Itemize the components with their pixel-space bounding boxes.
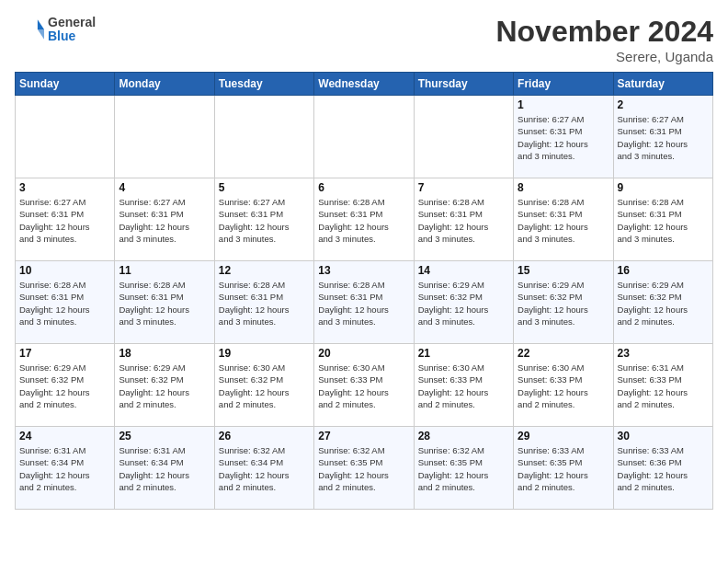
day-number: 7	[418, 181, 509, 194]
day-number: 15	[518, 264, 609, 277]
day-number: 25	[119, 430, 210, 442]
day-number: 2	[618, 98, 709, 111]
day-detail: Sunrise: 6:29 AM Sunset: 6:32 PM Dayligh…	[19, 362, 110, 410]
day-detail: Sunrise: 6:30 AM Sunset: 6:33 PM Dayligh…	[518, 362, 609, 410]
calendar-cell: 6Sunrise: 6:28 AM Sunset: 6:31 PM Daylig…	[314, 178, 414, 261]
location: Serere, Uganda	[495, 49, 713, 64]
day-number: 1	[518, 98, 609, 111]
day-number: 13	[318, 264, 409, 277]
day-number: 5	[219, 181, 310, 194]
day-number: 4	[119, 181, 210, 194]
day-detail: Sunrise: 6:28 AM Sunset: 6:31 PM Dayligh…	[618, 196, 709, 245]
calendar-cell: 22Sunrise: 6:30 AM Sunset: 6:33 PM Dayli…	[514, 344, 613, 427]
calendar-week-row: 1Sunrise: 6:27 AM Sunset: 6:31 PM Daylig…	[16, 96, 713, 178]
calendar-cell: 4Sunrise: 6:27 AM Sunset: 6:31 PM Daylig…	[115, 178, 214, 261]
day-detail: Sunrise: 6:27 AM Sunset: 6:31 PM Dayligh…	[219, 196, 310, 245]
calendar-header: SundayMondayTuesdayWednesdayThursdayFrid…	[16, 73, 713, 96]
calendar-cell: 13Sunrise: 6:28 AM Sunset: 6:31 PM Dayli…	[314, 261, 414, 344]
day-number: 23	[618, 347, 709, 360]
day-detail: Sunrise: 6:28 AM Sunset: 6:31 PM Dayligh…	[418, 196, 509, 245]
day-number: 14	[418, 264, 509, 277]
day-detail: Sunrise: 6:27 AM Sunset: 6:31 PM Dayligh…	[618, 113, 709, 162]
day-detail: Sunrise: 6:27 AM Sunset: 6:31 PM Dayligh…	[119, 196, 210, 245]
day-detail: Sunrise: 6:30 AM Sunset: 6:33 PM Dayligh…	[418, 362, 509, 410]
day-detail: Sunrise: 6:29 AM Sunset: 6:32 PM Dayligh…	[518, 279, 609, 327]
day-number: 21	[418, 347, 509, 360]
day-number: 18	[119, 347, 210, 360]
weekday-header: Friday	[514, 73, 613, 96]
calendar-cell: 21Sunrise: 6:30 AM Sunset: 6:33 PM Dayli…	[414, 344, 513, 427]
day-detail: Sunrise: 6:28 AM Sunset: 6:31 PM Dayligh…	[19, 279, 110, 327]
day-detail: Sunrise: 6:27 AM Sunset: 6:31 PM Dayligh…	[19, 196, 110, 245]
calendar-body: 1Sunrise: 6:27 AM Sunset: 6:31 PM Daylig…	[16, 96, 713, 510]
day-number: 8	[518, 181, 609, 194]
calendar-cell	[214, 96, 313, 178]
weekday-header: Wednesday	[314, 73, 414, 96]
calendar-cell: 5Sunrise: 6:27 AM Sunset: 6:31 PM Daylig…	[214, 178, 313, 261]
svg-marker-1	[38, 29, 44, 40]
day-number: 30	[618, 430, 709, 442]
day-detail: Sunrise: 6:31 AM Sunset: 6:34 PM Dayligh…	[119, 444, 210, 493]
calendar-week-row: 3Sunrise: 6:27 AM Sunset: 6:31 PM Daylig…	[16, 178, 713, 261]
calendar-cell: 26Sunrise: 6:32 AM Sunset: 6:34 PM Dayli…	[214, 427, 313, 510]
calendar-cell: 14Sunrise: 6:29 AM Sunset: 6:32 PM Dayli…	[414, 261, 513, 344]
day-detail: Sunrise: 6:28 AM Sunset: 6:31 PM Dayligh…	[518, 196, 609, 245]
calendar-week-row: 17Sunrise: 6:29 AM Sunset: 6:32 PM Dayli…	[16, 344, 713, 427]
day-number: 6	[318, 181, 409, 194]
calendar-cell: 9Sunrise: 6:28 AM Sunset: 6:31 PM Daylig…	[613, 178, 712, 261]
day-detail: Sunrise: 6:33 AM Sunset: 6:36 PM Dayligh…	[618, 444, 709, 493]
logo: General Blue	[15, 15, 96, 44]
calendar-cell: 20Sunrise: 6:30 AM Sunset: 6:33 PM Dayli…	[314, 344, 414, 427]
logo-blue: Blue	[48, 29, 96, 43]
day-detail: Sunrise: 6:28 AM Sunset: 6:31 PM Dayligh…	[119, 279, 210, 327]
calendar-cell: 27Sunrise: 6:32 AM Sunset: 6:35 PM Dayli…	[314, 427, 414, 510]
calendar-week-row: 24Sunrise: 6:31 AM Sunset: 6:34 PM Dayli…	[16, 427, 713, 510]
day-detail: Sunrise: 6:32 AM Sunset: 6:34 PM Dayligh…	[219, 444, 310, 493]
logo-text: General Blue	[48, 16, 96, 44]
day-detail: Sunrise: 6:30 AM Sunset: 6:32 PM Dayligh…	[219, 362, 310, 410]
calendar-cell: 8Sunrise: 6:28 AM Sunset: 6:31 PM Daylig…	[514, 178, 613, 261]
day-detail: Sunrise: 6:29 AM Sunset: 6:32 PM Dayligh…	[119, 362, 210, 410]
page-header: General Blue November 2024 Serere, Ugand…	[15, 15, 713, 64]
calendar-cell: 17Sunrise: 6:29 AM Sunset: 6:32 PM Dayli…	[16, 344, 115, 427]
day-detail: Sunrise: 6:27 AM Sunset: 6:31 PM Dayligh…	[518, 113, 609, 162]
day-detail: Sunrise: 6:33 AM Sunset: 6:35 PM Dayligh…	[518, 444, 609, 493]
calendar-cell: 16Sunrise: 6:29 AM Sunset: 6:32 PM Dayli…	[613, 261, 712, 344]
day-number: 9	[618, 181, 709, 194]
day-detail: Sunrise: 6:28 AM Sunset: 6:31 PM Dayligh…	[318, 279, 409, 327]
calendar-cell	[414, 96, 513, 178]
calendar-cell	[115, 96, 214, 178]
calendar-cell: 18Sunrise: 6:29 AM Sunset: 6:32 PM Dayli…	[115, 344, 214, 427]
calendar-cell: 28Sunrise: 6:32 AM Sunset: 6:35 PM Dayli…	[414, 427, 513, 510]
day-detail: Sunrise: 6:31 AM Sunset: 6:33 PM Dayligh…	[618, 362, 709, 410]
day-number: 28	[418, 430, 509, 442]
calendar-week-row: 10Sunrise: 6:28 AM Sunset: 6:31 PM Dayli…	[16, 261, 713, 344]
calendar-cell: 12Sunrise: 6:28 AM Sunset: 6:31 PM Dayli…	[214, 261, 313, 344]
day-detail: Sunrise: 6:32 AM Sunset: 6:35 PM Dayligh…	[318, 444, 409, 493]
calendar-cell	[16, 96, 115, 178]
calendar-cell: 1Sunrise: 6:27 AM Sunset: 6:31 PM Daylig…	[514, 96, 613, 178]
day-detail: Sunrise: 6:29 AM Sunset: 6:32 PM Dayligh…	[418, 279, 509, 327]
day-number: 11	[119, 264, 210, 277]
calendar-cell: 24Sunrise: 6:31 AM Sunset: 6:34 PM Dayli…	[16, 427, 115, 510]
weekday-header: Thursday	[414, 73, 513, 96]
weekday-row: SundayMondayTuesdayWednesdayThursdayFrid…	[16, 73, 713, 96]
day-number: 3	[19, 181, 110, 194]
calendar-cell: 2Sunrise: 6:27 AM Sunset: 6:31 PM Daylig…	[613, 96, 712, 178]
title-block: November 2024 Serere, Uganda	[495, 15, 713, 64]
calendar-cell: 10Sunrise: 6:28 AM Sunset: 6:31 PM Dayli…	[16, 261, 115, 344]
day-number: 16	[618, 264, 709, 277]
month-title: November 2024	[495, 15, 713, 49]
day-detail: Sunrise: 6:29 AM Sunset: 6:32 PM Dayligh…	[618, 279, 709, 327]
day-number: 29	[518, 430, 609, 442]
calendar-cell: 15Sunrise: 6:29 AM Sunset: 6:32 PM Dayli…	[514, 261, 613, 344]
calendar: SundayMondayTuesdayWednesdayThursdayFrid…	[15, 72, 713, 510]
calendar-cell: 19Sunrise: 6:30 AM Sunset: 6:32 PM Dayli…	[214, 344, 313, 427]
weekday-header: Sunday	[16, 73, 115, 96]
day-number: 20	[318, 347, 409, 360]
day-detail: Sunrise: 6:31 AM Sunset: 6:34 PM Dayligh…	[19, 444, 110, 493]
day-detail: Sunrise: 6:32 AM Sunset: 6:35 PM Dayligh…	[418, 444, 509, 493]
calendar-cell: 29Sunrise: 6:33 AM Sunset: 6:35 PM Dayli…	[514, 427, 613, 510]
day-detail: Sunrise: 6:28 AM Sunset: 6:31 PM Dayligh…	[318, 196, 409, 245]
calendar-cell: 3Sunrise: 6:27 AM Sunset: 6:31 PM Daylig…	[16, 178, 115, 261]
